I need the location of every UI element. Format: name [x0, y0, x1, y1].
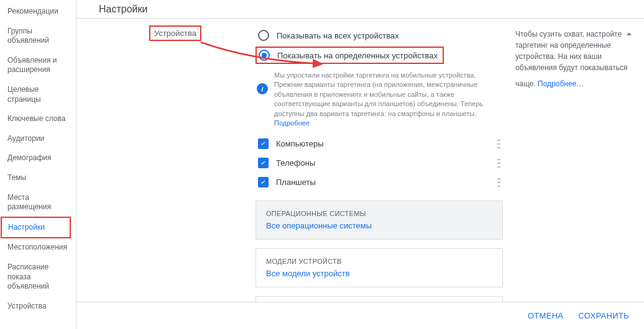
radio-label: Показывать на всех устройствах [277, 31, 399, 40]
section-title: Устройства [149, 25, 201, 41]
tip-panel: Чтобы сузить охват, настройте таргетинг … [515, 26, 633, 329]
sidebar-item-devices[interactable]: Устройства [0, 297, 76, 317]
sidebar-item-schedule[interactable]: Расписание показа объявлений [0, 258, 76, 297]
checkbox-icon [258, 177, 269, 187]
checkbox-icon [258, 138, 269, 149]
page-title: Настройки [76, 0, 644, 19]
checkbox-tablets[interactable]: Планшеты [255, 173, 503, 192]
tip-more-link[interactable]: Подробнее… [538, 78, 584, 89]
sidebar-item-ads-extensions[interactable]: Объявления и расширения [0, 51, 76, 80]
group-models: МОДЕЛИ УСТРОЙСТВ Все модели устройств [255, 248, 503, 287]
sidebar-item-keywords[interactable]: Ключевые слова [0, 109, 76, 129]
checkbox-computers[interactable]: Компьютеры [255, 134, 503, 153]
sidebar: Рекомендации Группы объявлений Объявлени… [0, 0, 76, 329]
chevron-up-icon[interactable] [623, 29, 635, 43]
group-os-link[interactable]: Все операционные системы [266, 221, 492, 230]
sidebar-item-topics[interactable]: Темы [0, 168, 76, 188]
sidebar-item-placements[interactable]: Места размещения [0, 188, 76, 217]
radio-label: Показывать на определенных устройствах [277, 51, 438, 60]
group-os: ОПЕРАЦИОННЫЕ СИСТЕМЫ Все операционные си… [255, 201, 503, 240]
checkbox-phones[interactable]: Телефоны [255, 153, 503, 173]
radio-icon [258, 30, 269, 41]
checkbox-icon [258, 158, 269, 168]
checkbox-label: Телефоны [276, 158, 315, 168]
sidebar-item-demographics[interactable]: Демография [0, 148, 76, 168]
drag-handle-icon[interactable] [497, 140, 500, 148]
sidebar-item-locations[interactable]: Местоположения [0, 238, 76, 258]
drag-handle-icon[interactable] [497, 178, 500, 187]
info-text: Мы упростили настройки таргетинга на моб… [274, 71, 483, 117]
drag-handle-icon[interactable] [497, 159, 500, 168]
cancel-button[interactable]: ОТМЕНА [528, 311, 563, 320]
info-icon: i [257, 83, 268, 94]
sidebar-item-recommendations[interactable]: Рекомендации [0, 2, 76, 22]
footer: ОТМЕНА СОХРАНИТЬ [76, 302, 644, 329]
radio-icon [259, 50, 270, 61]
group-models-link[interactable]: Все модели устройств [266, 269, 492, 278]
group-title: ОПЕРАЦИОННЫЕ СИСТЕМЫ [266, 210, 492, 217]
sidebar-item-audiences[interactable]: Аудитории [0, 129, 76, 149]
checkbox-label: Компьютеры [276, 139, 324, 148]
save-button[interactable]: СОХРАНИТЬ [578, 311, 629, 320]
group-title: МОДЕЛИ УСТРОЙСТВ [266, 258, 492, 265]
radio-specific-devices[interactable]: Показывать на определенных устройствах [255, 47, 444, 64]
info-more-link[interactable]: Подробнее [274, 119, 310, 127]
sidebar-item-adgroups[interactable]: Группы объявлений [0, 22, 76, 51]
sidebar-item-settings[interactable]: Настройки [1, 217, 71, 239]
info-callout: i Мы упростили настройки таргетинга на м… [255, 66, 503, 134]
sidebar-item-landing-pages[interactable]: Целевые страницы [0, 80, 76, 109]
checkbox-label: Планшеты [276, 178, 316, 187]
radio-all-devices[interactable]: Показывать на всех устройствах [255, 26, 503, 45]
